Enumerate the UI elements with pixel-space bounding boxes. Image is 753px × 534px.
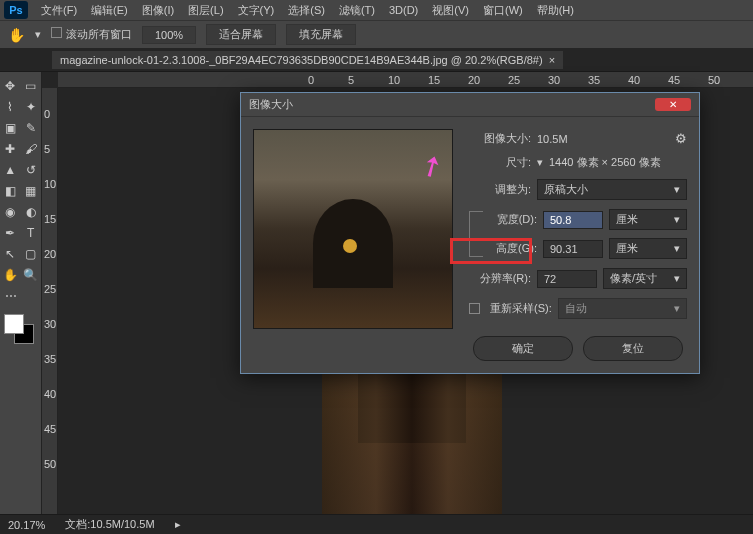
chevron-down-icon: ▾: [674, 272, 680, 285]
ruler-vertical: 05101520253035404550: [42, 88, 58, 514]
image-size-label: 图像大小:: [469, 131, 531, 146]
resolution-label: 分辨率(R):: [469, 271, 531, 286]
menu-edit[interactable]: 编辑(E): [84, 3, 135, 18]
link-icon[interactable]: [469, 211, 483, 257]
menu-type[interactable]: 文字(Y): [231, 3, 282, 18]
image-size-dialog: 图像大小 ✕ 图像大小: 10.5M ⚙ 尺寸: ▾ 1440 像素 × 256…: [240, 92, 700, 374]
edit-toolbar[interactable]: ⋯: [0, 285, 21, 306]
blur-tool[interactable]: ◉: [0, 201, 21, 222]
image-size-value: 10.5M: [537, 133, 568, 145]
chevron-down-icon[interactable]: ▾: [35, 28, 41, 41]
zoom-100-button[interactable]: 100%: [142, 26, 196, 44]
adjust-select[interactable]: 原稿大小▾: [537, 179, 687, 200]
status-bar: 20.17% 文档:10.5M/10.5M ▸: [0, 514, 753, 534]
pen-tool[interactable]: ✒: [0, 222, 21, 243]
menu-window[interactable]: 窗口(W): [476, 3, 530, 18]
width-label: 宽度(D):: [485, 212, 537, 227]
chevron-down-icon: ▾: [674, 183, 680, 196]
chevron-down-icon: ▾: [674, 213, 680, 226]
chevron-down-icon: ▾: [674, 302, 680, 315]
reset-button[interactable]: 复位: [583, 336, 683, 361]
brush-tool[interactable]: 🖌: [21, 138, 42, 159]
move-tool[interactable]: ✥: [0, 75, 21, 96]
height-label: 高度(G):: [485, 241, 537, 256]
wand-tool[interactable]: ✦: [21, 96, 42, 117]
fill-screen-button[interactable]: 填充屏幕: [286, 24, 356, 45]
menu-bar: Ps 文件(F) 编辑(E) 图像(I) 图层(L) 文字(Y) 选择(S) 滤…: [0, 0, 753, 20]
document-tabs: magazine-unlock-01-2.3.1008-_0BF29A4EC79…: [0, 48, 753, 72]
zoom-tool[interactable]: 🔍: [21, 264, 42, 285]
status-zoom[interactable]: 20.17%: [8, 519, 45, 531]
app-logo: Ps: [4, 1, 28, 19]
menu-layer[interactable]: 图层(L): [181, 3, 230, 18]
resample-checkbox[interactable]: [469, 303, 480, 314]
document-tab[interactable]: magazine-unlock-01-2.3.1008-_0BF29A4EC79…: [52, 51, 563, 69]
dimensions-value: 1440 像素 × 2560 像素: [549, 155, 661, 170]
menu-view[interactable]: 视图(V): [425, 3, 476, 18]
crop-tool[interactable]: ▣: [0, 117, 21, 138]
hand-tool-icon: ✋: [8, 27, 25, 43]
dialog-titlebar[interactable]: 图像大小 ✕: [241, 93, 699, 117]
tools-panel: ✥▭ ⌇✦ ▣✎ ✚🖌 ▲↺ ◧▦ ◉◐ ✒T ↖▢ ✋🔍 ⋯: [0, 72, 42, 514]
hand-tool[interactable]: ✋: [0, 264, 21, 285]
stamp-tool[interactable]: ▲: [0, 159, 21, 180]
scroll-all-checkbox[interactable]: 滚动所有窗口: [51, 27, 132, 42]
width-unit-select[interactable]: 厘米▾: [609, 209, 687, 230]
close-button[interactable]: ✕: [655, 98, 691, 111]
heal-tool[interactable]: ✚: [0, 138, 21, 159]
chevron-right-icon[interactable]: ▸: [175, 518, 181, 531]
height-input[interactable]: 90.31: [543, 240, 603, 258]
gradient-tool[interactable]: ▦: [21, 180, 42, 201]
menu-select[interactable]: 选择(S): [281, 3, 332, 18]
resample-label: 重新采样(S):: [490, 301, 552, 316]
history-brush-tool[interactable]: ↺: [21, 159, 42, 180]
dimensions-label: 尺寸:: [469, 155, 531, 170]
ok-button[interactable]: 确定: [473, 336, 573, 361]
menu-help[interactable]: 帮助(H): [530, 3, 581, 18]
width-input[interactable]: 50.8: [543, 211, 603, 229]
dodge-tool[interactable]: ◐: [21, 201, 42, 222]
type-tool[interactable]: T: [21, 222, 42, 243]
eraser-tool[interactable]: ◧: [0, 180, 21, 201]
tab-label: magazine-unlock-01-2.3.1008-_0BF29A4EC79…: [60, 54, 543, 66]
height-unit-select[interactable]: 厘米▾: [609, 238, 687, 259]
chevron-down-icon[interactable]: ▾: [537, 156, 543, 169]
gear-icon[interactable]: ⚙: [675, 131, 687, 146]
ruler-horizontal: 05101520253035404550: [58, 72, 753, 88]
resolution-unit-select[interactable]: 像素/英寸▾: [603, 268, 687, 289]
chevron-down-icon: ▾: [674, 242, 680, 255]
dialog-title: 图像大小: [249, 97, 293, 112]
adjust-label: 调整为:: [469, 182, 531, 197]
resolution-input[interactable]: 72: [537, 270, 597, 288]
marquee-tool[interactable]: ▭: [21, 75, 42, 96]
resample-select: 自动▾: [558, 298, 687, 319]
menu-file[interactable]: 文件(F): [34, 3, 84, 18]
fit-screen-button[interactable]: 适合屏幕: [206, 24, 276, 45]
menu-image[interactable]: 图像(I): [135, 3, 181, 18]
menu-filter[interactable]: 滤镜(T): [332, 3, 382, 18]
shape-tool[interactable]: ▢: [21, 243, 42, 264]
path-tool[interactable]: ↖: [0, 243, 21, 264]
close-icon[interactable]: ×: [549, 54, 555, 66]
menu-3d[interactable]: 3D(D): [382, 4, 425, 16]
preview-thumbnail: [253, 129, 453, 329]
options-bar: ✋ ▾ 滚动所有窗口 100% 适合屏幕 填充屏幕: [0, 20, 753, 48]
lasso-tool[interactable]: ⌇: [0, 96, 21, 117]
status-doc: 文档:10.5M/10.5M: [65, 517, 154, 532]
color-swatches[interactable]: [4, 314, 34, 344]
eyedropper-tool[interactable]: ✎: [21, 117, 42, 138]
